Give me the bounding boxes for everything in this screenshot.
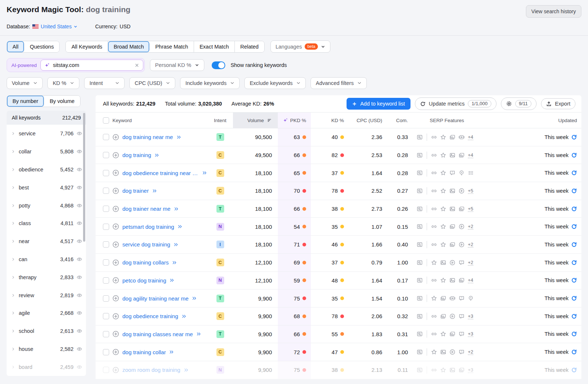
refresh-icon[interactable] — [571, 152, 577, 158]
tab-broad-match[interactable]: Broad Match — [108, 41, 150, 52]
plus-circle-icon[interactable] — [112, 313, 119, 320]
column-intent[interactable]: Intent — [207, 113, 233, 128]
double-chevron-icon[interactable] — [192, 296, 197, 301]
column-keyword[interactable]: Keyword — [112, 113, 207, 128]
keyword-link[interactable]: dog obedience training near me — [122, 170, 199, 176]
plus-circle-icon[interactable] — [112, 134, 119, 141]
refresh-icon[interactable] — [571, 367, 577, 373]
column-com[interactable]: Com. — [382, 113, 408, 128]
clear-input-icon[interactable] — [135, 63, 139, 68]
personal-kd-dropdown[interactable]: Personal KD % — [150, 59, 204, 71]
double-chevron-icon[interactable] — [174, 206, 179, 211]
sidebar-group-therapy[interactable]: therapy2,833 — [7, 268, 86, 286]
domain-search-input[interactable]: sitstay.com — [40, 60, 143, 71]
keyword-link[interactable]: dog training collar — [122, 349, 166, 355]
row-checkbox[interactable] — [103, 295, 109, 302]
double-chevron-icon[interactable] — [184, 367, 189, 373]
sidebar-group-review[interactable]: review2,819 — [7, 286, 86, 304]
plus-circle-icon[interactable] — [112, 206, 119, 212]
double-chevron-icon[interactable] — [152, 188, 157, 193]
eye-icon[interactable] — [76, 256, 82, 262]
sidebar-group-agile[interactable]: agile2,668 — [7, 304, 86, 322]
tab-all-keywords[interactable]: All Keywords — [66, 41, 108, 52]
double-chevron-icon[interactable] — [196, 331, 201, 337]
double-chevron-icon[interactable] — [202, 170, 207, 175]
double-chevron-icon[interactable] — [173, 242, 179, 247]
double-chevron-icon[interactable] — [182, 314, 187, 319]
sidebar-group-school[interactable]: school2,613 — [7, 322, 86, 340]
row-checkbox[interactable] — [103, 349, 109, 355]
refresh-icon[interactable] — [571, 188, 577, 194]
filter-cpc-usd-[interactable]: CPC (USD) — [129, 77, 175, 89]
row-checkbox[interactable] — [103, 331, 109, 337]
filter-include-keywords[interactable]: Include keywords — [180, 77, 240, 89]
serp-more-count[interactable]: +4 — [468, 134, 473, 140]
refresh-icon[interactable] — [571, 295, 577, 301]
eye-icon[interactable] — [76, 203, 82, 209]
keyword-link[interactable]: dog training near me — [122, 134, 173, 140]
serp-more-count[interactable]: +2 — [468, 349, 473, 355]
refresh-icon[interactable] — [571, 349, 577, 355]
keyword-link[interactable]: dog trainer — [122, 188, 149, 194]
refresh-icon[interactable] — [571, 134, 577, 140]
sidebar-group-near[interactable]: near4,517 — [7, 232, 86, 250]
sidebar-tab-by-volume[interactable]: By volume — [44, 96, 80, 107]
keyword-link[interactable]: zoom room dog training — [122, 367, 180, 373]
eye-icon[interactable] — [76, 292, 82, 298]
column-cpc[interactable]: CPC (USD) — [345, 113, 382, 128]
view-search-history-button[interactable]: View search history — [526, 5, 581, 18]
show-ranking-keywords-toggle[interactable] — [212, 61, 225, 69]
column-kd[interactable]: KD % — [311, 113, 345, 128]
refresh-icon[interactable] — [571, 224, 577, 230]
select-all-checkbox[interactable] — [103, 117, 109, 124]
eye-icon[interactable] — [76, 274, 82, 280]
tab-questions[interactable]: Questions — [24, 41, 59, 52]
row-checkbox[interactable] — [103, 224, 109, 230]
sidebar-group-can[interactable]: can3,416 — [7, 250, 86, 269]
plus-circle-icon[interactable] — [112, 295, 119, 302]
row-checkbox[interactable] — [103, 170, 109, 176]
sidebar-tab-by-number[interactable]: By number — [7, 96, 44, 107]
keyword-link[interactable]: dog training collars — [122, 259, 169, 266]
eye-icon[interactable] — [76, 131, 82, 136]
row-checkbox[interactable] — [103, 152, 109, 158]
sidebar-group-service[interactable]: service7,706 — [7, 125, 86, 143]
keyword-link[interactable]: dog training — [122, 152, 151, 158]
tab-phrase-match[interactable]: Phrase Match — [150, 41, 194, 52]
row-checkbox[interactable] — [103, 367, 109, 373]
plus-circle-icon[interactable] — [112, 152, 119, 159]
double-chevron-icon[interactable] — [169, 349, 174, 355]
plus-circle-icon[interactable] — [112, 349, 119, 355]
row-checkbox[interactable] — [103, 241, 109, 248]
eye-icon[interactable] — [76, 328, 82, 334]
sidebar-group-potty[interactable]: potty4,868 — [7, 196, 86, 214]
keyword-link[interactable]: petsmart dog training — [122, 224, 174, 230]
double-chevron-icon[interactable] — [178, 224, 183, 229]
database-selector[interactable]: United States — [41, 24, 78, 29]
eye-icon[interactable] — [76, 364, 82, 370]
keyword-link[interactable]: dog training classes near me — [122, 331, 193, 337]
row-checkbox[interactable] — [103, 134, 109, 140]
keyword-link[interactable]: petco dog training — [122, 277, 166, 284]
sidebar-group-collar[interactable]: collar5,808 — [7, 143, 86, 161]
sidebar-group-board[interactable]: board2,459 — [7, 358, 86, 376]
serp-more-count[interactable]: +2 — [468, 260, 473, 266]
sidebar-group-house[interactable]: house2,582 — [7, 340, 86, 358]
serp-more-count[interactable]: +3 — [468, 331, 473, 337]
filter-kd-[interactable]: KD % — [47, 77, 79, 89]
eye-icon[interactable] — [76, 185, 82, 191]
serp-more-count[interactable]: +5 — [468, 188, 473, 194]
column-pkd[interactable]: PKD % — [278, 113, 311, 128]
row-checkbox[interactable] — [103, 206, 109, 212]
serp-more-count[interactable]: +3 — [468, 367, 473, 373]
export-button[interactable]: Export — [541, 98, 576, 109]
languages-dropdown[interactable]: Languages beta — [270, 40, 330, 53]
table-settings-button[interactable]: 9/11 — [501, 97, 537, 110]
keyword-link[interactable]: dog trainer near me — [122, 206, 171, 212]
refresh-icon[interactable] — [571, 313, 577, 319]
tab-exact-match[interactable]: Exact Match — [194, 41, 235, 52]
double-chevron-icon[interactable] — [169, 278, 175, 283]
column-volume[interactable]: Volume — [233, 113, 278, 128]
filter-volume[interactable]: Volume — [7, 77, 43, 89]
column-updated[interactable]: Updated — [482, 113, 581, 128]
